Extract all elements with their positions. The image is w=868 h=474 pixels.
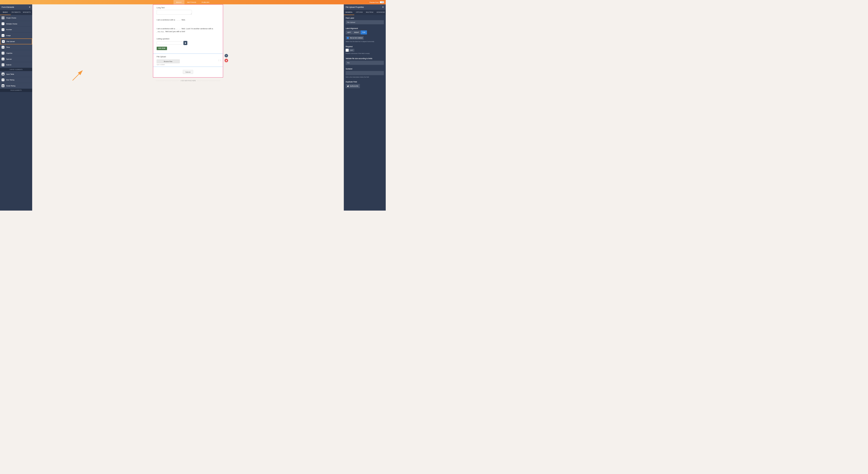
table-icon: ▦ xyxy=(2,73,4,75)
listing-label: Listing question xyxy=(157,38,219,40)
long-text-label: Long Text xyxy=(157,7,219,9)
sublabel-title: Sublabel xyxy=(345,68,384,70)
add-row-button[interactable]: ADD ROW xyxy=(157,47,167,50)
tab-publish[interactable]: PUBLISH xyxy=(199,0,212,4)
add-page-label: + ADD NEW PAGE HERE xyxy=(180,80,196,81)
required-title: Required xyxy=(345,46,384,48)
sublabel-placeholder[interactable]: Type a sublabel xyxy=(157,64,219,65)
browse-files-button[interactable]: Browse Files xyxy=(157,59,180,63)
hint-input[interactable] xyxy=(157,31,165,33)
sidebar-tab-payments[interactable]: PAYMENTS xyxy=(11,10,21,15)
element-label: Time xyxy=(6,46,10,48)
prop-tab-options[interactable]: OPTIONS xyxy=(354,10,365,15)
validate-select[interactable]: Yes xyxy=(345,61,384,65)
sentence-text: field and yes with a hint! xyxy=(165,31,185,33)
tab-settings[interactable]: SETTINGS xyxy=(184,0,199,4)
checkbox-icon: ✓ xyxy=(2,22,4,25)
element-label: File Upload xyxy=(6,40,14,42)
alignment-title: Label Alignment xyxy=(345,27,384,29)
delete-row-button[interactable] xyxy=(183,41,187,45)
gear-icon xyxy=(225,55,227,57)
file-upload-label: File Upload xyxy=(157,56,219,58)
section-page: PAGE ELEMENTS xyxy=(0,89,32,92)
prop-tab-multiple[interactable]: MULTIPLE xyxy=(365,10,375,15)
element-number[interactable]: 7 Number xyxy=(0,27,32,33)
element-star-rating[interactable]: ★ Star Rating xyxy=(0,77,32,83)
delete-field-button[interactable] xyxy=(224,59,228,63)
spinner-icon: ⇅ xyxy=(2,58,4,60)
sidebar-tab-basic[interactable]: BASIC xyxy=(0,10,11,15)
element-scale-rating[interactable]: ▮▮ Scale Rating xyxy=(0,83,32,89)
list-item-input[interactable] xyxy=(157,41,183,44)
element-label: Image xyxy=(6,34,11,36)
fill-blank-sentence-2: I am a sentence with a field. Look I'm a… xyxy=(157,27,219,33)
validate-title: Validate file size according to limits xyxy=(345,58,384,60)
field-label-input[interactable] xyxy=(345,20,384,24)
blank-input[interactable] xyxy=(176,19,181,21)
set-default-checkbox[interactable]: ✓ Set as form default xyxy=(345,36,364,40)
align-left-button[interactable]: LEFT xyxy=(345,30,352,34)
annotation-arrow-icon xyxy=(71,68,85,81)
number-icon: 7 xyxy=(2,28,4,31)
duplicate-icon xyxy=(347,85,349,87)
preview-toggle[interactable] xyxy=(380,1,384,3)
element-label: Submit xyxy=(6,64,11,66)
element-label: Multiple Choice xyxy=(6,23,18,25)
element-single-choice[interactable]: Single Choice xyxy=(0,15,32,21)
element-label: Captcha xyxy=(6,52,12,54)
align-top-button[interactable]: TOP xyxy=(361,30,367,34)
svg-line-0 xyxy=(73,71,83,80)
toggle-handle xyxy=(345,49,349,52)
trash-icon xyxy=(225,60,227,62)
element-captcha[interactable]: 1C8 Captcha xyxy=(0,50,32,56)
sidebar-tab-widgets[interactable]: WIDGETS xyxy=(22,10,32,15)
prop-tab-advanced[interactable]: ADVANCED xyxy=(375,10,386,15)
clock-icon: ◷ xyxy=(2,46,4,49)
submit-button[interactable]: Submit xyxy=(183,70,193,74)
align-right-button[interactable]: RIGHT xyxy=(352,30,360,34)
trash-icon xyxy=(184,42,186,44)
required-help: Prevent submission if this field is empt… xyxy=(345,53,384,55)
element-time[interactable]: ◷ Time xyxy=(0,44,32,50)
canvas: Long Text I am a sentence with a field. … xyxy=(32,4,344,210)
properties-title: File Upload Properties xyxy=(345,6,364,8)
element-image[interactable]: ▲ Image xyxy=(0,33,32,39)
element-label: Scale Rating xyxy=(6,85,15,87)
toggle-state: OFF xyxy=(349,49,354,51)
bars-icon: ▮▮ xyxy=(2,84,4,87)
section-survey: SURVEY ELEMENTS xyxy=(0,68,32,71)
radio-icon xyxy=(2,16,4,20)
blank-input[interactable] xyxy=(176,28,181,29)
captcha-icon: 1C8 xyxy=(2,52,4,55)
sidebar-right: File Upload Properties ✕ GENERAL OPTIONS… xyxy=(344,4,386,210)
sentence-text: field. Look I'm another sentence with a xyxy=(182,28,213,30)
settings-button[interactable] xyxy=(224,54,228,58)
element-label: Input Table xyxy=(6,73,14,75)
sidebar-left: Form Elements ✕ BASIC PAYMENTS WIDGETS S… xyxy=(0,4,32,210)
close-icon[interactable]: ✕ xyxy=(29,6,31,8)
element-input-table[interactable]: ▦ Input Table xyxy=(0,71,32,77)
element-spinner[interactable]: ⇅ Spinner xyxy=(0,56,32,62)
element-label: Number xyxy=(6,29,12,31)
field-label-title: Field Label xyxy=(345,17,384,19)
long-text-input[interactable] xyxy=(157,10,192,14)
element-file-upload[interactable]: ⬆ File Upload xyxy=(0,38,32,44)
sentence-text: field. xyxy=(182,19,186,21)
image-icon: ▲ xyxy=(2,34,4,37)
element-submit[interactable]: SEND Submit xyxy=(0,62,32,68)
close-icon[interactable]: ✕ xyxy=(382,6,384,8)
duplicate-button[interactable]: DUPLICATE xyxy=(345,84,360,88)
prop-tab-general[interactable]: GENERAL xyxy=(344,10,354,15)
duplicate-title: Duplicate Field xyxy=(345,81,384,83)
send-icon: SEND xyxy=(2,64,4,66)
form-card: Long Text I am a sentence with a field. … xyxy=(153,4,223,77)
element-multiple-choice[interactable]: ✓ Multiple Choice xyxy=(0,21,32,27)
upload-icon: ⬆ xyxy=(2,40,5,43)
add-page-button[interactable]: + ADD NEW PAGE HERE xyxy=(156,80,220,81)
sublabel-input[interactable] xyxy=(345,71,384,75)
element-label: Single Choice xyxy=(6,17,16,19)
sidebar-title: Form Elements xyxy=(2,6,14,8)
drag-handle-icon[interactable]: ⋮⋮⋮⋮ xyxy=(218,60,222,61)
required-toggle[interactable]: OFF xyxy=(345,49,354,52)
tab-build[interactable]: BUILD xyxy=(174,0,185,4)
